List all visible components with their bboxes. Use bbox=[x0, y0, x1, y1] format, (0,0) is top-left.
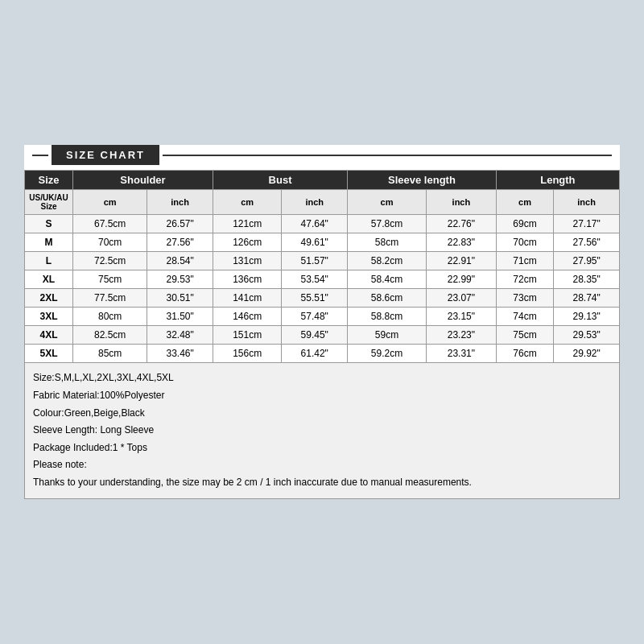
data-cell: 121cm bbox=[213, 215, 282, 233]
data-cell: 47.64" bbox=[282, 215, 348, 233]
note-line: Package Included:1 * Tops bbox=[33, 440, 611, 457]
note-line: Thanks to your understanding, the size m… bbox=[33, 474, 611, 492]
notes-section: Size:S,M,L,XL,2XL,3XL,4XL,5XLFabric Mate… bbox=[24, 363, 620, 498]
table-row: L72.5cm28.54"131cm51.57"58.2cm22.91"71cm… bbox=[25, 252, 620, 270]
data-cell: 141cm bbox=[213, 289, 282, 308]
data-cell: 27.17" bbox=[554, 215, 620, 233]
size-cell: S bbox=[25, 215, 73, 233]
title-line-left bbox=[32, 155, 48, 156]
note-line: Size:S,M,L,XL,2XL,3XL,4XL,5XL bbox=[33, 369, 611, 387]
col-sleeve: Sleeve length bbox=[348, 171, 497, 190]
data-cell: 59.45" bbox=[282, 326, 348, 345]
table-row: 4XL82.5cm32.48"151cm59.45"59cm23.23"75cm… bbox=[25, 326, 620, 345]
data-cell: 75cm bbox=[73, 270, 147, 289]
data-cell: 58.6cm bbox=[348, 289, 427, 308]
data-cell: 58.8cm bbox=[348, 308, 427, 326]
note-line: Sleeve Length: Long Sleeve bbox=[33, 422, 611, 440]
size-cell: 3XL bbox=[25, 308, 73, 326]
sub-shoulder-cm: cm bbox=[73, 190, 147, 215]
title-bar: SIZE CHART bbox=[24, 145, 620, 165]
data-cell: 131cm bbox=[213, 252, 282, 270]
data-cell: 59.2cm bbox=[348, 345, 427, 363]
data-cell: 29.53" bbox=[554, 326, 620, 345]
table-row: 5XL85cm33.46"156cm61.42"59.2cm23.31"76cm… bbox=[25, 345, 620, 363]
table-header-main: Size Shoulder Bust Sleeve length Length bbox=[25, 171, 620, 190]
sub-bust-inch: inch bbox=[282, 190, 348, 215]
data-cell: 58.4cm bbox=[348, 270, 427, 289]
data-cell: 72.5cm bbox=[73, 252, 147, 270]
data-cell: 76cm bbox=[496, 345, 553, 363]
data-cell: 77.5cm bbox=[73, 289, 147, 308]
data-cell: 22.83" bbox=[427, 233, 497, 252]
data-cell: 72cm bbox=[496, 270, 553, 289]
data-cell: 146cm bbox=[213, 308, 282, 326]
data-cell: 53.54" bbox=[282, 270, 348, 289]
data-cell: 70cm bbox=[73, 233, 147, 252]
data-cell: 29.53" bbox=[147, 270, 213, 289]
size-cell: M bbox=[25, 233, 73, 252]
sub-size: US/UK/AU Size bbox=[25, 190, 73, 215]
note-line: Fabric Material:100%Polyester bbox=[33, 387, 611, 405]
data-cell: 28.74" bbox=[554, 289, 620, 308]
data-cell: 67.5cm bbox=[73, 215, 147, 233]
data-cell: 80cm bbox=[73, 308, 147, 326]
sub-length-cm: cm bbox=[496, 190, 553, 215]
data-cell: 57.48" bbox=[282, 308, 348, 326]
data-cell: 23.23" bbox=[427, 326, 497, 345]
data-cell: 22.76" bbox=[427, 215, 497, 233]
chart-title: SIZE CHART bbox=[52, 145, 159, 165]
data-cell: 59cm bbox=[348, 326, 427, 345]
sub-bust-cm: cm bbox=[213, 190, 282, 215]
table-row: 2XL77.5cm30.51"141cm55.51"58.6cm23.07"73… bbox=[25, 289, 620, 308]
table-row: XL75cm29.53"136cm53.54"58.4cm22.99"72cm2… bbox=[25, 270, 620, 289]
data-cell: 58.2cm bbox=[348, 252, 427, 270]
data-cell: 75cm bbox=[496, 326, 553, 345]
data-cell: 85cm bbox=[73, 345, 147, 363]
note-line: Please note: bbox=[33, 456, 611, 474]
size-cell: 2XL bbox=[25, 289, 73, 308]
table-body: S67.5cm26.57"121cm47.64"57.8cm22.76"69cm… bbox=[25, 215, 620, 363]
col-size: Size bbox=[25, 171, 73, 190]
size-cell: L bbox=[25, 252, 73, 270]
data-cell: 73cm bbox=[496, 289, 553, 308]
data-cell: 23.31" bbox=[427, 345, 497, 363]
data-cell: 23.07" bbox=[427, 289, 497, 308]
data-cell: 33.46" bbox=[147, 345, 213, 363]
data-cell: 55.51" bbox=[282, 289, 348, 308]
data-cell: 136cm bbox=[213, 270, 282, 289]
data-cell: 71cm bbox=[496, 252, 553, 270]
data-cell: 30.51" bbox=[147, 289, 213, 308]
data-cell: 57.8cm bbox=[348, 215, 427, 233]
data-cell: 23.15" bbox=[427, 308, 497, 326]
data-cell: 27.95" bbox=[554, 252, 620, 270]
table-header-sub: US/UK/AU Size cm inch cm inch cm inch cm… bbox=[25, 190, 620, 215]
data-cell: 26.57" bbox=[147, 215, 213, 233]
data-cell: 49.61" bbox=[282, 233, 348, 252]
sub-sleeve-inch: inch bbox=[427, 190, 497, 215]
sub-sleeve-cm: cm bbox=[348, 190, 427, 215]
data-cell: 28.54" bbox=[147, 252, 213, 270]
data-cell: 61.42" bbox=[282, 345, 348, 363]
data-cell: 27.56" bbox=[554, 233, 620, 252]
data-cell: 31.50" bbox=[147, 308, 213, 326]
col-length: Length bbox=[496, 171, 619, 190]
data-cell: 69cm bbox=[496, 215, 553, 233]
data-cell: 126cm bbox=[213, 233, 282, 252]
size-cell: 4XL bbox=[25, 326, 73, 345]
col-bust: Bust bbox=[213, 171, 348, 190]
table-row: 3XL80cm31.50"146cm57.48"58.8cm23.15"74cm… bbox=[25, 308, 620, 326]
data-cell: 27.56" bbox=[147, 233, 213, 252]
data-cell: 28.35" bbox=[554, 270, 620, 289]
size-cell: 5XL bbox=[25, 345, 73, 363]
note-line: Colour:Green,Beige,Black bbox=[33, 405, 611, 423]
table-row: M70cm27.56"126cm49.61"58cm22.83"70cm27.5… bbox=[25, 233, 620, 252]
data-cell: 70cm bbox=[496, 233, 553, 252]
size-chart-table: Size Shoulder Bust Sleeve length Length … bbox=[24, 170, 620, 363]
title-line-right bbox=[163, 155, 612, 156]
data-cell: 74cm bbox=[496, 308, 553, 326]
data-cell: 151cm bbox=[213, 326, 282, 345]
sub-length-inch: inch bbox=[554, 190, 620, 215]
data-cell: 82.5cm bbox=[73, 326, 147, 345]
data-cell: 22.91" bbox=[427, 252, 497, 270]
table-row: S67.5cm26.57"121cm47.64"57.8cm22.76"69cm… bbox=[25, 215, 620, 233]
